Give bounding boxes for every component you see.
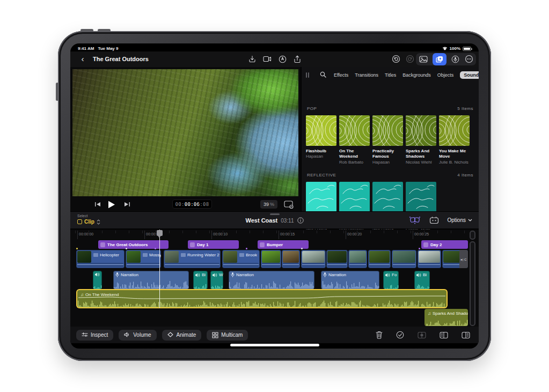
video-clip[interactable] (301, 250, 326, 268)
photos-icon[interactable] (418, 54, 429, 64)
camera-icon[interactable] (262, 54, 273, 64)
trash-icon[interactable] (376, 331, 383, 339)
soundtrack-item[interactable]: On The WeekendRob Barbato (339, 115, 370, 165)
home-indicator[interactable] (230, 344, 319, 346)
sound-effect-clip[interactable] (93, 271, 102, 289)
battery-percent: 100% (450, 46, 460, 51)
soundtrack-thumbnail[interactable] (372, 182, 403, 212)
connection-dot (126, 248, 127, 249)
soundtrack-thumbnail[interactable] (339, 115, 370, 146)
animate-button[interactable]: Animate (162, 330, 202, 341)
soundtrack-thumbnail[interactable] (306, 182, 336, 212)
search-icon[interactable] (320, 70, 326, 80)
video-clip[interactable] (348, 250, 367, 268)
music-clip[interactable]: ♫On The Weekend (77, 290, 446, 307)
panel-right-icon[interactable] (462, 331, 470, 339)
soundtrack-thumbnail[interactable] (406, 115, 436, 146)
connections-icon[interactable] (409, 216, 421, 224)
tab-titles[interactable]: Titles (385, 72, 396, 78)
options-dropdown[interactable]: Options (448, 217, 472, 223)
timeline-scrollbar-top[interactable] (470, 231, 475, 240)
button-label: Volume (133, 332, 151, 338)
video-clip-name: Brook (246, 253, 257, 257)
project-name[interactable]: West Coast (246, 217, 278, 224)
narration-clip[interactable]: Narration (229, 271, 314, 289)
video-clip[interactable]: Helicopter (76, 250, 125, 268)
undo-icon[interactable] (391, 54, 401, 64)
video-clip[interactable] (282, 250, 300, 268)
tab-effects[interactable]: Effects (334, 72, 348, 78)
timeline-ruler[interactable]: 00:00:0000:00:0500:00:1000:00:1500:00:20… (75, 231, 468, 239)
music-track-1: ♫On The Weekend (75, 290, 468, 307)
soundtrack-item[interactable]: You Make Me MoveJulie B. Nichols (439, 115, 470, 165)
skip-forward-icon[interactable] (122, 199, 131, 209)
top-button (56, 83, 58, 101)
sound-effect-clip[interactable]: Fo (383, 271, 399, 289)
pencil-icon[interactable] (277, 54, 288, 64)
video-clip[interactable] (326, 250, 348, 268)
clip-continuation-tag: ▸| C (459, 250, 468, 268)
volume-automation-line[interactable] (77, 290, 446, 307)
info-icon[interactable] (297, 217, 304, 224)
status-bar: 9:41 AM Tue May 9 100% (70, 43, 479, 51)
sound-effect-clip[interactable]: W (210, 271, 223, 289)
record-voiceover-icon[interactable] (450, 54, 460, 64)
volume-button[interactable]: Volume (119, 330, 156, 341)
video-clip-thumbnail (262, 251, 280, 263)
background-tasks-icon[interactable] (429, 216, 439, 224)
viewer-display-icon[interactable] (284, 199, 294, 209)
tab-backgrounds[interactable]: Backgrounds (402, 72, 431, 78)
redo-icon[interactable] (405, 54, 415, 64)
soundtrack-thumbnail[interactable] (306, 115, 336, 146)
panel-drag-handle[interactable] (306, 72, 309, 78)
music-clip[interactable]: ♫Sparks And Shadows (424, 309, 468, 326)
panel-left-icon[interactable] (440, 331, 448, 339)
video-clip[interactable]: ▸| C (442, 250, 468, 268)
soundtrack-item[interactable]: FlashbulbHapasan (306, 115, 336, 165)
title-clip-label: Day 2 (430, 242, 442, 247)
check-circle-icon[interactable] (396, 331, 404, 339)
video-clip[interactable]: Brook (222, 250, 260, 268)
tab-soundtracks[interactable]: Soundtracks (460, 71, 479, 79)
video-clip[interactable]: Mossy (126, 250, 161, 268)
zoom-level[interactable]: 39% (260, 200, 277, 209)
bottom-toolbar: InspectVolumeAnimateMulticam (70, 327, 479, 343)
back-chevron-icon[interactable]: ‹ (78, 54, 87, 64)
video-clip[interactable]: Running Water 2 (164, 250, 221, 268)
tab-transitions[interactable]: Transitions (355, 72, 378, 78)
video-clip[interactable] (392, 250, 416, 268)
tab-objects[interactable]: Objects (437, 72, 454, 78)
connection-dot (419, 248, 420, 249)
sound-effect-clip[interactable]: Bi (414, 271, 430, 289)
narration-clip[interactable]: Narration (321, 271, 379, 289)
soundtrack-item[interactable]: Sparks And ShadowsNicolas Wiehl (406, 115, 436, 165)
playhead[interactable] (159, 230, 160, 308)
soundtrack-thumbnail[interactable] (372, 115, 403, 146)
sound-effect-clip[interactable]: Bi (193, 271, 208, 289)
import-media-icon[interactable] (247, 54, 258, 64)
video-clip-audio-band (349, 263, 366, 267)
music-track-2: ♫Sparks And Shadows (75, 309, 468, 326)
media-browser-icon[interactable] (433, 53, 446, 65)
video-clip[interactable] (368, 250, 391, 268)
camera-badge-icon (239, 253, 244, 257)
skip-back-icon[interactable] (93, 199, 103, 209)
soundtrack-item[interactable]: Practically FamousHapasan (372, 115, 403, 165)
more-icon[interactable] (464, 54, 474, 64)
share-icon[interactable] (292, 54, 303, 64)
narration-clip[interactable]: Narration (113, 271, 189, 289)
video-clip[interactable] (261, 250, 281, 268)
title-clip[interactable]: Day 1 (188, 240, 239, 249)
video-clip[interactable] (418, 250, 441, 268)
title-clip[interactable]: Day 2 (421, 240, 468, 249)
title-clip[interactable]: The Great Outdoors (98, 240, 169, 249)
timeline-scrollbar[interactable] (470, 241, 475, 326)
play-button[interactable] (107, 199, 116, 209)
soundtrack-thumbnail[interactable] (439, 115, 470, 146)
inspect-button[interactable]: Inspect (76, 330, 113, 341)
timeline-drag-grip[interactable] (270, 213, 280, 215)
soundtrack-thumbnail[interactable] (406, 182, 436, 212)
multicam-button[interactable]: Multicam (207, 330, 248, 341)
soundtrack-thumbnail[interactable] (339, 182, 370, 212)
soundtrack-artist: Julie B. Nichols (439, 160, 470, 165)
